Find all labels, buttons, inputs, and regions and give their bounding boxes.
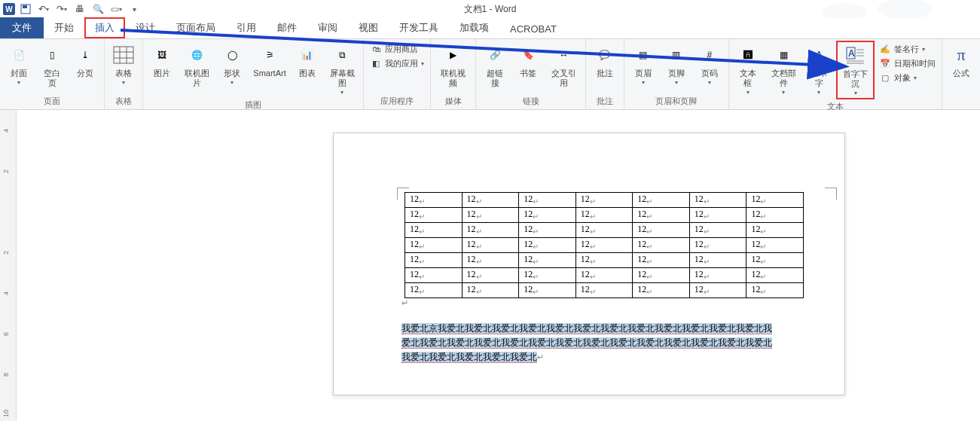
textbox-button[interactable]: 🅰文本框▾ [732,41,764,98]
object-button[interactable]: ▢对象 ▾ [878,71,937,84]
hyperlink-button[interactable]: 🔗超链接 [479,41,511,90]
table-cell[interactable]: 12↵ [689,253,746,268]
tab-view[interactable]: 视图 [348,17,389,38]
page-area[interactable]: 12↵12↵12↵12↵12↵12↵12↵12↵12↵12↵12↵12↵12↵1… [17,110,980,421]
table-cell[interactable]: 12↵ [746,283,804,298]
signature-line-button[interactable]: ✍签名行 ▾ [878,42,937,56]
table-cell[interactable]: 12↵ [519,238,576,253]
table-cell[interactable]: 12↵ [462,238,519,253]
table-cell[interactable]: 12↵ [633,223,690,238]
table-cell[interactable]: 12↵ [575,253,633,268]
table-cell[interactable]: 12↵ [633,238,690,253]
table-cell[interactable]: 12↵ [462,223,519,238]
tab-insert[interactable]: 插入 [84,17,125,38]
app-store-button[interactable]: 🛍应用商店 [368,42,426,56]
tab-dev[interactable]: 开发工具 [389,17,449,38]
tab-design[interactable]: 设计 [125,17,166,38]
table-cell[interactable]: 12↵ [575,268,633,283]
table-cell[interactable]: 12↵ [462,193,519,208]
table-row[interactable]: 12↵12↵12↵12↵12↵12↵12↵ [405,223,804,238]
wordart-button[interactable]: A艺术字▾ [803,41,835,98]
table-cell[interactable]: 12↵ [405,223,463,238]
table-cell[interactable]: 12↵ [405,238,463,253]
quickparts-button[interactable]: ▦文档部件▾ [765,41,802,98]
table-cell[interactable]: 12↵ [575,223,633,238]
table-button[interactable]: 表格▾ [108,41,139,88]
comment-button[interactable]: 💬批注 [589,41,621,81]
table-cell[interactable]: 12↵ [405,283,463,298]
table-cell[interactable]: 12↵ [519,223,576,238]
smartart-button[interactable]: ⚞SmartArt [249,41,289,81]
table-cell[interactable]: 12↵ [519,193,576,208]
table-cell[interactable]: 12↵ [519,253,576,268]
qat-save[interactable] [18,2,33,17]
tab-review[interactable]: 审阅 [307,17,348,38]
table-row[interactable]: 12↵12↵12↵12↵12↵12↵12↵ [405,238,804,253]
table-cell[interactable]: 12↵ [689,223,746,238]
tab-layout[interactable]: 页面布局 [166,17,226,38]
document-page[interactable]: 12↵12↵12↵12↵12↵12↵12↵12↵12↵12↵12↵12↵12↵1… [333,133,845,395]
crossref-button[interactable]: ↔交叉引用 [545,41,582,90]
tab-addins[interactable]: 加载项 [449,17,499,38]
qat-redo[interactable]: ↷▾ [54,2,69,17]
table-cell[interactable]: 12↵ [519,268,576,283]
table-cell[interactable]: 12↵ [462,253,519,268]
online-video-button[interactable]: ▶联机视频 [434,41,472,90]
table-cell[interactable]: 12↵ [575,193,633,208]
screenshot-button[interactable]: ⧉屏幕截图▾ [325,41,360,98]
table-row[interactable]: 12↵12↵12↵12↵12↵12↵12↵ [405,193,804,208]
tab-file[interactable]: 文件 [0,17,44,38]
qat-customize[interactable]: ▾ [127,2,142,17]
table-cell[interactable]: 12↵ [519,283,576,298]
table-cell[interactable]: 12↵ [746,208,804,223]
table-cell[interactable]: 12↵ [633,283,690,298]
page-number-button[interactable]: #页码▾ [694,41,725,88]
table-cell[interactable]: 12↵ [462,283,519,298]
qat-undo[interactable]: ↶▾ [36,2,51,17]
table-cell[interactable]: 12↵ [689,268,746,283]
table-cell[interactable]: 12↵ [462,208,519,223]
table-cell[interactable]: 12↵ [462,268,519,283]
qat-new-icon[interactable]: ▭▾ [108,2,124,17]
table-cell[interactable]: 12↵ [689,208,746,223]
table-cell[interactable]: 12↵ [746,193,804,208]
table-cell[interactable]: 12↵ [575,283,633,298]
table-cell[interactable]: 12↵ [519,208,576,223]
chart-button[interactable]: 📊图表 [292,41,323,81]
table-cell[interactable]: 12↵ [405,208,463,223]
datetime-button[interactable]: 📅日期和时间 [878,56,937,70]
header-button[interactable]: ▤页眉▾ [627,41,659,88]
table-cell[interactable]: 12↵ [689,193,746,208]
table-row[interactable]: 12↵12↵12↵12↵12↵12↵12↵ [405,283,804,298]
equation-button[interactable]: π公式 [945,41,977,81]
table-cell[interactable]: 12↵ [575,208,633,223]
shapes-button[interactable]: ◯形状▾ [216,41,248,88]
table-cell[interactable]: 12↵ [633,208,690,223]
table-cell[interactable]: 12↵ [689,238,746,253]
document-table[interactable]: 12↵12↵12↵12↵12↵12↵12↵12↵12↵12↵12↵12↵12↵1… [405,192,804,298]
footer-button[interactable]: ▥页脚▾ [661,41,692,88]
picture-button[interactable]: 🖼图片 [146,41,178,81]
table-cell[interactable]: 12↵ [633,268,690,283]
table-cell[interactable]: 12↵ [746,223,804,238]
blank-page-button[interactable]: ▯空白页 [36,41,68,90]
qat-print-icon[interactable]: 🖶 [72,2,87,17]
tab-mailings[interactable]: 邮件 [267,17,307,38]
table-cell[interactable]: 12↵ [633,193,690,208]
bookmark-button[interactable]: 🔖书签 [512,41,544,81]
page-break-button[interactable]: ⤓分页 [69,41,101,81]
table-cell[interactable]: 12↵ [746,268,804,283]
table-row[interactable]: 12↵12↵12↵12↵12↵12↵12↵ [405,268,804,283]
table-row[interactable]: 12↵12↵12↵12↵12↵12↵12↵ [405,208,804,223]
table-cell[interactable]: 12↵ [405,193,463,208]
table-row[interactable]: 12↵12↵12↵12↵12↵12↵12↵ [405,253,804,268]
table-cell[interactable]: 12↵ [689,283,746,298]
table-cell[interactable]: 12↵ [746,238,804,253]
cover-page-button[interactable]: 📄封面▾ [3,41,35,88]
tab-home[interactable]: 开始 [44,17,84,38]
my-apps-button[interactable]: ◧我的应用 ▾ [368,56,426,70]
table-cell[interactable]: 12↵ [746,253,804,268]
dropcap-button[interactable]: A首字下沉▾ [836,41,875,99]
tab-references[interactable]: 引用 [226,17,267,38]
tab-acrobat[interactable]: ACROBAT [499,20,567,38]
